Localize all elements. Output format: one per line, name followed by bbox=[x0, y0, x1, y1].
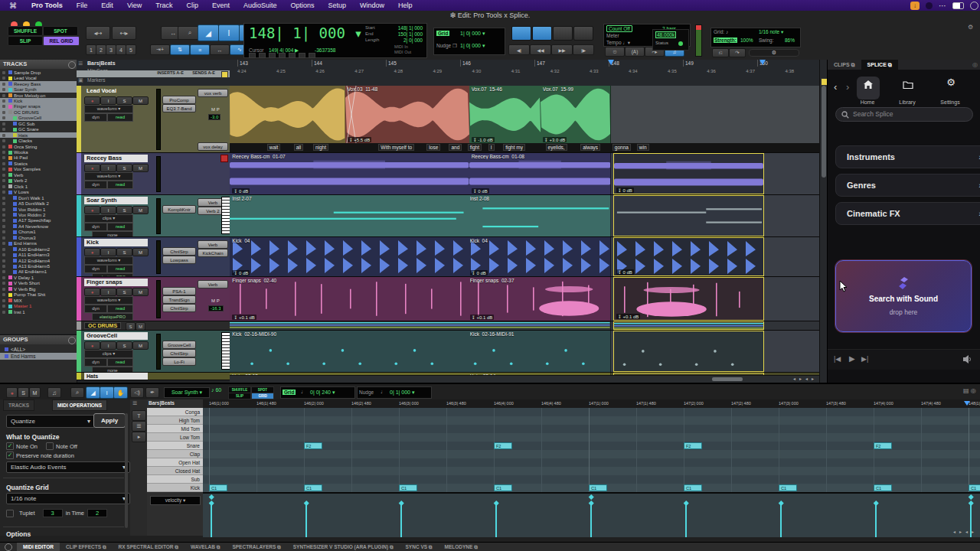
track-list-item-soar-synth[interactable]: Soar Synth bbox=[0, 86, 77, 92]
velocity-stem[interactable] bbox=[495, 503, 497, 537]
track-visibility-dot[interactable] bbox=[2, 288, 5, 291]
bottom-tab-spectralayers[interactable]: SPECTRALAYERS ⧉ bbox=[226, 543, 286, 551]
audio-clip[interactable] bbox=[613, 331, 764, 372]
mute-button[interactable]: M bbox=[132, 164, 149, 172]
track-visibility-dot[interactable] bbox=[2, 219, 5, 222]
track-list-item-lead-vocal[interactable]: Lead Vocal bbox=[0, 75, 77, 80]
velocity-diamond[interactable] bbox=[304, 500, 309, 505]
velocity-diamond[interactable] bbox=[209, 500, 214, 505]
drum-row-sub[interactable]: Sub bbox=[147, 475, 203, 484]
automation-param-selector[interactable]: dyn bbox=[84, 358, 107, 367]
track-list-item-all-endharm1[interactable]: All EndHarm1 bbox=[0, 269, 77, 275]
groove-grid-value[interactable]: 1/16 note ▾ bbox=[759, 29, 783, 35]
record-arm-button[interactable]: ● bbox=[84, 206, 100, 214]
track-list-item-v-verb-short[interactable]: V Verb Short bbox=[0, 281, 77, 286]
next-icon[interactable]: ▶| bbox=[861, 355, 868, 363]
velocity-diamond[interactable] bbox=[209, 494, 214, 499]
track-visibility-dot[interactable] bbox=[2, 162, 5, 165]
midi-note-f2[interactable]: F2 bbox=[494, 442, 512, 449]
edit-mode-spot[interactable]: SPOT bbox=[43, 26, 78, 36]
midi-note-f2[interactable]: F2 bbox=[304, 442, 322, 449]
insert-slot-chnlstrp[interactable]: ChnlStrp bbox=[162, 349, 196, 357]
track-list-item-a4-neverknow[interactable]: A4 Neverknow bbox=[0, 223, 77, 229]
track-list-item-orca-string[interactable]: Orca String bbox=[0, 144, 77, 149]
velocity-diamond[interactable] bbox=[589, 500, 593, 505]
track-lane-finger-snaps[interactable]: Finger snaps_02-40↧ +0.1 dBFinger snaps_… bbox=[230, 277, 819, 321]
midi-trim-tool-button[interactable]: ◢ bbox=[86, 386, 100, 399]
edit-mode-slip[interactable]: SLIP bbox=[8, 36, 43, 46]
velocity-diamond[interactable] bbox=[779, 500, 783, 505]
zoom-preset-5[interactable]: 5 bbox=[126, 44, 136, 55]
notation-view-button[interactable]: T bbox=[132, 410, 146, 421]
group-item--all-[interactable]: <ALL> bbox=[0, 346, 77, 353]
input-monitor-button[interactable]: I bbox=[100, 288, 116, 296]
drum-row-low-tom[interactable]: Low Tom bbox=[147, 433, 203, 442]
track-list-item-hi-pad[interactable]: Hi Pad bbox=[0, 155, 77, 161]
nudge-value[interactable]: 1| 0| 000 ▾ bbox=[460, 43, 485, 49]
track-list-item-reecey-bass[interactable]: Reecey Bass bbox=[0, 81, 77, 86]
drum-row-closed-hat[interactable]: Closed Hat bbox=[147, 467, 203, 475]
track-visibility-dot[interactable] bbox=[2, 282, 5, 285]
mic-indicator-icon[interactable]: ↓ bbox=[910, 2, 920, 10]
track-list-item-v-delay-1[interactable]: V Delay 1 bbox=[0, 275, 77, 280]
track-visibility-dot[interactable] bbox=[2, 248, 5, 251]
automation-param-selector[interactable]: dyn bbox=[84, 181, 107, 189]
midi-note-grid[interactable]: 146|1| 000146|1| 480146|2| 000146|2| 480… bbox=[203, 399, 980, 492]
window-target-icon[interactable] bbox=[5, 543, 12, 551]
category-card-instruments[interactable]: Instruments› bbox=[835, 145, 980, 168]
track-name-lead-vocal[interactable]: Lead Vocal bbox=[84, 87, 148, 95]
lyric-word[interactable]: and bbox=[449, 144, 462, 151]
wait-for-note-button[interactable] bbox=[511, 26, 531, 41]
track-visibility-dot[interactable] bbox=[2, 253, 5, 256]
category-card-cinematic-fx[interactable]: Cinematic FX› bbox=[835, 202, 980, 225]
velocity-stem[interactable] bbox=[211, 503, 212, 537]
midi-note-c1[interactable]: C1 bbox=[304, 484, 322, 491]
mute-button[interactable]: M bbox=[132, 96, 149, 105]
tab-midi-operations[interactable]: MIDI OPERATIONS bbox=[52, 399, 107, 411]
record-arm-button[interactable]: ● bbox=[84, 164, 100, 172]
drum-row-high-tom[interactable]: High Tom bbox=[147, 416, 203, 425]
audio-clip[interactable] bbox=[230, 321, 611, 330]
audio-clip-kick-04[interactable]: Kick_04↧ 0 dB bbox=[230, 237, 468, 276]
tab-transient-right-button[interactable]: ↤▸ bbox=[112, 26, 136, 40]
track-list-item-vox-riddim-1[interactable]: Vox Riddim 1 bbox=[0, 207, 77, 212]
track-visibility-dot[interactable] bbox=[2, 179, 5, 182]
track-list-item-vox-riddim-2[interactable]: Vox Riddim 2 bbox=[0, 212, 77, 217]
track-name-finger-snaps[interactable]: Finger snaps bbox=[84, 279, 148, 286]
audio-clip-vox-03-11-48[interactable]: Vox.03_11-48↧ +5.5 dB bbox=[345, 86, 470, 143]
track-list-item-mix[interactable]: MIX bbox=[0, 298, 77, 303]
scrollbar-thumb[interactable] bbox=[712, 377, 743, 381]
track-view-selector[interactable]: waveform ▾ bbox=[84, 256, 133, 265]
automation-mode-selector[interactable]: read bbox=[107, 113, 133, 122]
track-visibility-dot[interactable] bbox=[2, 139, 5, 142]
insert-slot-psa-1[interactable]: PSA-1 bbox=[162, 287, 196, 295]
midi-note-f2[interactable]: F2 bbox=[684, 442, 702, 449]
track-visibility-dot[interactable] bbox=[2, 191, 5, 194]
velocity-stem[interactable] bbox=[400, 503, 402, 537]
velocity-diamond[interactable] bbox=[399, 500, 403, 505]
insertion-follows-button[interactable]: ⇅ bbox=[170, 44, 190, 55]
track-list-item-statics[interactable]: Statics bbox=[0, 161, 77, 166]
velocity-lane-header[interactable]: velocity ▾ bbox=[150, 496, 201, 505]
track-list-item-inst-1[interactable]: Inst 1 bbox=[0, 309, 77, 315]
splice-nav-home[interactable] bbox=[857, 77, 880, 99]
tuplet-n-field[interactable]: 3 bbox=[43, 509, 63, 517]
solo-button[interactable]: S bbox=[116, 288, 132, 296]
track-lane-lead-vocal[interactable]: Vox.03_11-48↧ +5.5 dBVox.07_15-46↧ -1.0 … bbox=[230, 86, 819, 153]
send-mute-pan-label[interactable]: M P bbox=[211, 298, 220, 303]
bottom-tab-melodyne[interactable]: MELODYNE ⧉ bbox=[439, 543, 484, 551]
play-notes-button[interactable]: ▸ bbox=[132, 432, 146, 442]
zoom-preset-4[interactable]: 4 bbox=[116, 44, 126, 55]
insert-slot-groovecell[interactable]: GrooveCell bbox=[162, 341, 196, 349]
insert-slot-lowpass[interactable]: Lowpass bbox=[162, 256, 196, 264]
control-center-icon[interactable] bbox=[926, 2, 933, 9]
v-scroll-thumb[interactable] bbox=[822, 86, 826, 178]
audio-clip-reecey-bass-cm-01-07[interactable]: Reecey Bass-cm_01-07↧ 0 dB bbox=[230, 153, 469, 194]
link-track-edit-button[interactable]: ⇥+ bbox=[150, 44, 170, 55]
drum-row-conga[interactable]: Conga bbox=[147, 408, 203, 416]
play-button[interactable] bbox=[553, 26, 573, 41]
audio-clip-reecey-bass-cm-01-08[interactable]: Reecey Bass-cm_01-08↧ 0 dB bbox=[469, 153, 611, 194]
audio-clip-finger-snaps-02-40[interactable]: Finger snaps_02-40↧ +0.1 dB bbox=[230, 277, 468, 321]
track-view-selector[interactable]: waveform ▾ bbox=[84, 105, 133, 113]
splice-forward-button[interactable]: › bbox=[846, 81, 849, 93]
